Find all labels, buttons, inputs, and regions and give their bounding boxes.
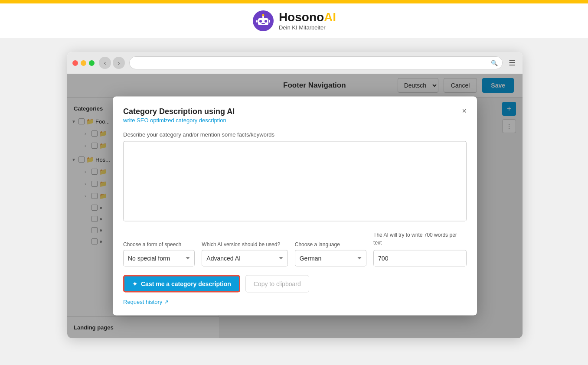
nav-buttons: ‹ › [99, 57, 125, 69]
modal-title: Category Description using AI [123, 107, 235, 116]
language-select-modal[interactable]: German English French Spanish [295, 250, 366, 267]
ai-version-label: Which AI version should be used? [202, 241, 287, 248]
page-content: Footer Navigation Deutsch Cancel Save Ca… [67, 74, 523, 338]
cast-button[interactable]: ✦ Cast me a category description [123, 275, 240, 293]
ai-modal: Category Description using AI write SEO … [113, 97, 477, 316]
word-count-group: The AI will try to write 700 words per t… [373, 231, 467, 267]
svg-rect-7 [256, 20, 258, 23]
external-link-icon: ↗ [164, 299, 169, 305]
word-count-note: The AI will try to write 700 words per t… [373, 231, 467, 250]
speech-form-select[interactable]: No special form Formal Informal [123, 250, 195, 267]
modal-header: Category Description using AI write SEO … [123, 107, 467, 124]
svg-rect-8 [269, 20, 270, 23]
modal-close-button[interactable]: × [462, 107, 467, 115]
ai-version-select[interactable]: Basic AI Advanced AI Premium AI [202, 250, 287, 267]
word-count-input[interactable] [373, 250, 467, 267]
language-group: Choose a language German English French … [295, 241, 366, 267]
textarea-label: Describe your category and/or mention so… [123, 131, 467, 138]
modal-actions-row: ✦ Cast me a category description Copy to… [123, 275, 467, 293]
svg-point-6 [262, 14, 264, 16]
address-bar[interactable]: 🔍 [129, 56, 503, 69]
cast-icon: ✦ [132, 280, 137, 287]
logo-icon [252, 10, 274, 32]
ai-version-group: Which AI version should be used? Basic A… [202, 241, 287, 267]
traffic-light-yellow[interactable] [81, 60, 86, 66]
modal-title-block: Category Description using AI write SEO … [123, 107, 235, 124]
language-label: Choose a language [295, 241, 366, 248]
request-history-label: Request history [123, 299, 162, 305]
back-button[interactable]: ‹ [99, 57, 111, 69]
top-accent-bar [0, 0, 588, 3]
logo-subtitle: Dein KI Mitarbeiter [279, 24, 336, 31]
svg-rect-4 [261, 23, 265, 24]
menu-icon[interactable]: ☰ [507, 56, 517, 69]
modal-subtitle: write SEO optimized category description [123, 117, 235, 124]
traffic-light-green[interactable] [89, 60, 95, 66]
traffic-light-red[interactable] [72, 60, 78, 66]
modal-options-row: Choose a form of speech No special form … [123, 231, 467, 267]
search-icon: 🔍 [491, 60, 498, 66]
traffic-lights [72, 60, 95, 66]
logo-text: HosonoAI Dein KI Mitarbeiter [279, 10, 336, 31]
cast-button-label: Cast me a category description [141, 280, 231, 287]
speech-form-group: Choose a form of speech No special form … [123, 241, 195, 267]
logo-highlight: AI [324, 10, 336, 24]
request-history-link[interactable]: Request history ↗ [123, 299, 467, 305]
site-header: HosonoAI Dein KI Mitarbeiter [0, 3, 588, 38]
copy-to-clipboard-button[interactable]: Copy to clipboard [245, 275, 309, 293]
logo-container: HosonoAI Dein KI Mitarbeiter [252, 10, 336, 32]
description-textarea[interactable] [123, 141, 467, 222]
svg-point-3 [265, 20, 267, 23]
logo-title: HosonoAI [279, 10, 336, 24]
browser-window: ‹ › 🔍 ☰ Footer Navigation Deutsch Cancel… [67, 52, 523, 338]
browser-chrome: ‹ › 🔍 ☰ [67, 52, 523, 74]
forward-button[interactable]: › [113, 57, 125, 69]
svg-point-2 [259, 20, 262, 23]
speech-form-label: Choose a form of speech [123, 241, 195, 248]
